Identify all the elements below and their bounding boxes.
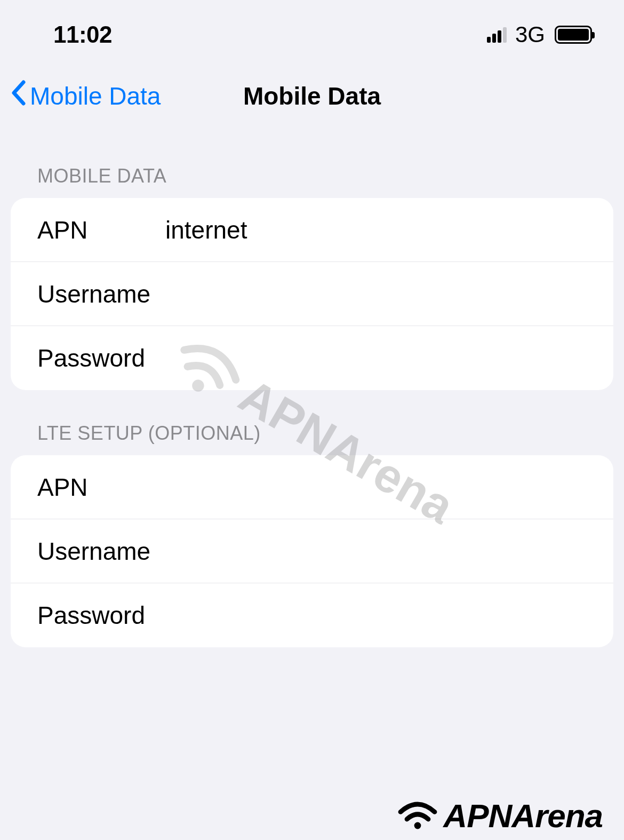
password-input[interactable]: [165, 344, 587, 373]
status-bar: 11:02 3G: [0, 0, 624, 64]
section-mobile-data: MOBILE DATA APN Username Password: [0, 165, 624, 390]
nav-bar: Mobile Data Mobile Data: [0, 64, 624, 133]
password-label: Password: [37, 344, 165, 373]
row-mobile-data-password[interactable]: Password: [11, 326, 613, 390]
battery-icon: [555, 26, 592, 44]
lte-password-input[interactable]: [165, 601, 587, 630]
lte-username-input[interactable]: [165, 537, 587, 566]
svg-point-1: [414, 822, 421, 829]
signal-icon: [487, 27, 507, 43]
row-lte-username[interactable]: Username: [11, 519, 613, 583]
lte-password-label: Password: [37, 601, 165, 630]
apn-label: APN: [37, 216, 165, 244]
lte-username-label: Username: [37, 537, 165, 566]
footer-logo: APNArena: [396, 797, 603, 835]
page-title: Mobile Data: [243, 82, 381, 110]
row-lte-password[interactable]: Password: [11, 583, 613, 647]
lte-apn-input[interactable]: [165, 473, 587, 502]
row-mobile-data-username[interactable]: Username: [11, 262, 613, 326]
section-group-lte-setup: APN Username Password: [11, 455, 613, 647]
footer-text: APNArena: [443, 797, 603, 835]
section-header-lte-setup: LTE SETUP (OPTIONAL): [11, 422, 613, 455]
back-label: Mobile Data: [30, 82, 161, 110]
section-group-mobile-data: APN Username Password: [11, 198, 613, 390]
section-lte-setup: LTE SETUP (OPTIONAL) APN Username Passwo…: [0, 422, 624, 647]
username-label: Username: [37, 280, 165, 308]
chevron-left-icon: [11, 80, 26, 112]
row-mobile-data-apn[interactable]: APN: [11, 198, 613, 262]
username-input[interactable]: [165, 280, 587, 308]
status-indicators: 3G: [487, 22, 592, 47]
back-button[interactable]: Mobile Data: [11, 80, 161, 112]
lte-apn-label: APN: [37, 473, 165, 502]
section-header-mobile-data: MOBILE DATA: [11, 165, 613, 198]
wifi-icon: [396, 799, 439, 833]
status-time: 11:02: [53, 21, 112, 48]
apn-input[interactable]: [165, 216, 587, 244]
row-lte-apn[interactable]: APN: [11, 455, 613, 519]
network-type: 3G: [515, 22, 545, 47]
